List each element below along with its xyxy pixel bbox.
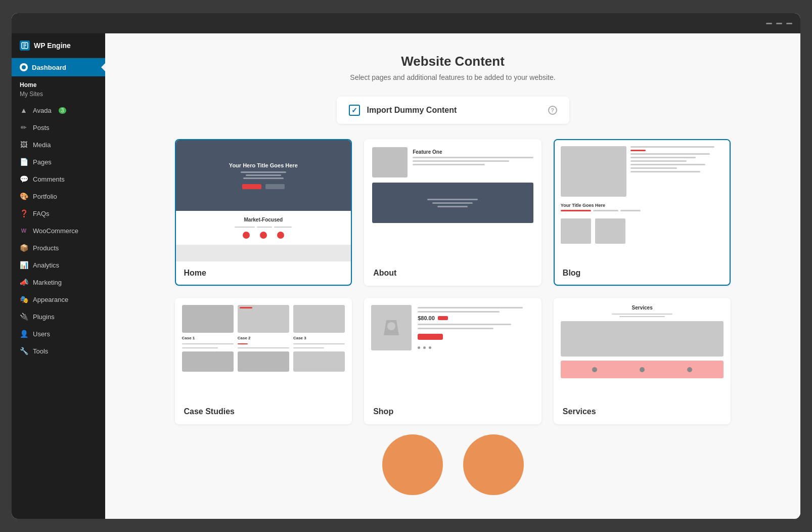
sidebar-item-comments[interactable]: 💬 Comments — [12, 170, 105, 188]
sidebar-item-plugins[interactable]: 🔌 Plugins — [12, 308, 105, 325]
about-top: Feature One — [372, 147, 533, 178]
pages-icon: 📄 — [20, 158, 28, 166]
card-about[interactable]: Feature One — [364, 139, 542, 286]
about-dark-line-3 — [437, 206, 468, 207]
portfolio-icon: 🎨 — [20, 192, 28, 200]
card-case-label: Case Studies — [176, 400, 351, 423]
sidebar-item-analytics[interactable]: 📊 Analytics — [12, 256, 105, 274]
case-3-line-1 — [293, 343, 345, 344]
lower-line-3 — [274, 227, 292, 228]
my-sites-label[interactable]: My Sites — [12, 90, 105, 102]
shop-info: $80.00 — [418, 305, 534, 349]
shop-dots — [418, 346, 534, 349]
browser-dot-1 — [766, 23, 772, 24]
sidebar-item-pages[interactable]: 📄 Pages — [12, 153, 105, 170]
about-text: Feature One — [413, 147, 533, 165]
sidebar-item-portfolio[interactable]: 🎨 Portfolio — [12, 188, 105, 205]
shop-price: $80.00 — [418, 315, 435, 321]
blog-r-red — [630, 150, 646, 151]
card-case-studies[interactable]: Case 1 Case 2 — [175, 298, 352, 424]
products-icon: 📦 — [20, 244, 28, 252]
card-shop-preview: $80.00 — [365, 299, 540, 400]
case-col-3: Case 3 — [293, 305, 345, 372]
home-lower-section: Market-Focused — [176, 211, 351, 245]
analytics-label: Analytics — [33, 261, 59, 269]
avada-label: Avada — [33, 107, 52, 114]
blog-line-3 — [620, 210, 641, 211]
case-1-title: Case 1 — [182, 336, 234, 340]
marketing-icon: 📣 — [20, 278, 28, 286]
card-blog-preview: Your Title Goes Here — [555, 140, 730, 261]
svg-point-5 — [387, 322, 395, 330]
hero-title-text: Your Hero Title Goes Here — [229, 162, 298, 168]
sidebar-item-marketing[interactable]: 📣 Marketing — [12, 274, 105, 291]
plugins-icon: 🔌 — [20, 313, 28, 321]
about-image — [372, 147, 408, 178]
case-img-3b — [293, 351, 345, 372]
case-img-2b — [238, 351, 289, 372]
shop-line-4 — [418, 328, 493, 329]
about-dark-line-1 — [427, 199, 478, 200]
case-2-red — [240, 307, 252, 308]
sidebar-item-products[interactable]: 📦 Products — [12, 239, 105, 256]
blog-right-col — [630, 146, 724, 197]
blog-r-line-5 — [630, 164, 705, 165]
about-line-3 — [413, 164, 485, 165]
sidebar-item-avada[interactable]: ▲ Avada 3 — [12, 102, 105, 119]
shop-btn — [418, 334, 443, 340]
hero-buttons — [242, 184, 285, 189]
sidebar-item-users[interactable]: 👤 Users — [12, 325, 105, 342]
users-label: Users — [33, 330, 50, 338]
case-img-2 — [238, 305, 289, 333]
shop-dot-1 — [418, 346, 420, 349]
blog-r-line-2 — [630, 153, 710, 155]
dots-row — [243, 232, 284, 239]
media-icon: 🖼 — [20, 141, 28, 149]
card-blog[interactable]: Your Title Goes Here Blog — [554, 139, 731, 286]
appearance-label: Appearance — [33, 296, 68, 303]
hero-line-2 — [246, 174, 281, 176]
blog-r-line-4 — [630, 160, 687, 162]
shop-line-2 — [418, 311, 499, 313]
browser-bar — [12, 13, 800, 33]
case-grid: Case 1 Case 2 — [182, 305, 345, 372]
shop-dot-2 — [423, 346, 426, 349]
blog-red-line — [561, 210, 591, 211]
sidebar-header[interactable]: WP Engine — [12, 33, 105, 58]
sidebar-item-woocommerce[interactable]: W WooCommerce — [12, 222, 105, 239]
dot-1 — [243, 232, 250, 239]
import-checkbox[interactable]: ✓ — [349, 105, 360, 116]
faqs-icon: ❓ — [20, 209, 28, 217]
case-2-red-line — [238, 343, 248, 344]
import-label: Import Dummy Content — [367, 106, 457, 115]
lower-lines — [235, 227, 292, 228]
card-shop[interactable]: $80.00 — [364, 298, 542, 424]
case-img-1b — [182, 351, 234, 372]
services-image — [561, 321, 724, 357]
card-case-preview: Case 1 Case 2 — [176, 299, 351, 400]
dashboard-item[interactable]: Dashboard — [12, 58, 105, 76]
sidebar-item-media[interactable]: 🖼 Media — [12, 136, 105, 153]
shop-price-row: $80.00 — [418, 315, 534, 321]
shop-content: $80.00 — [371, 305, 534, 350]
card-services[interactable]: Services Services — [554, 298, 731, 424]
wp-engine-icon — [20, 40, 30, 51]
shop-image — [371, 305, 412, 350]
card-shop-label: Shop — [365, 400, 540, 423]
card-home[interactable]: Your Hero Title Goes Here — [175, 139, 352, 286]
sidebar-item-tools[interactable]: 🔧 Tools — [12, 342, 105, 360]
case-1-line-1 — [182, 343, 234, 344]
sidebar-item-posts[interactable]: ✏ Posts — [12, 119, 105, 136]
import-help-icon[interactable]: ? — [548, 106, 557, 115]
marketing-label: Marketing — [33, 279, 62, 286]
blog-thumb-2 — [595, 218, 625, 244]
orange-circle-2 — [463, 434, 524, 495]
hero-line-3 — [243, 178, 284, 179]
avada-icon: ▲ — [20, 106, 28, 114]
import-banner[interactable]: ✓ Import Dummy Content ? — [337, 97, 569, 124]
sidebar-item-faqs[interactable]: ❓ FAQs — [12, 205, 105, 222]
case-col-1: Case 1 — [182, 305, 234, 372]
woocommerce-icon: W — [20, 227, 28, 235]
comments-label: Comments — [33, 175, 65, 183]
sidebar-item-appearance[interactable]: 🎭 Appearance — [12, 291, 105, 308]
